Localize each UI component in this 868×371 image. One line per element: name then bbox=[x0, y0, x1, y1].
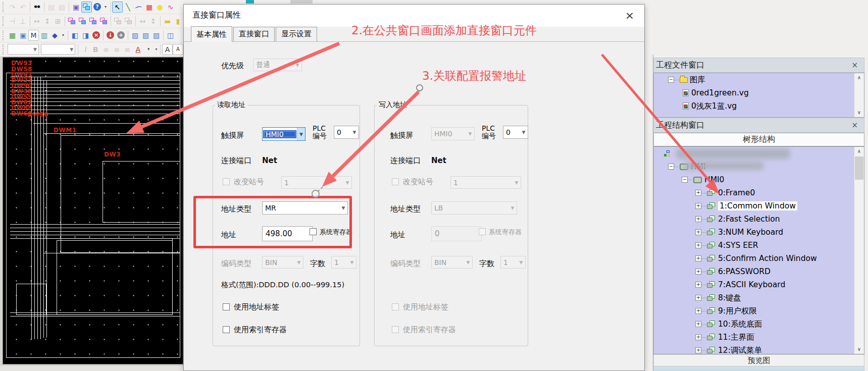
draw-rect-icon[interactable]: ■ bbox=[144, 2, 155, 13]
font-family-combo[interactable]: ▼ bbox=[8, 44, 39, 55]
tree-item-HMI0[interactable]: −HMI0 bbox=[654, 173, 864, 186]
write-use-index-checkbox[interactable] bbox=[392, 326, 399, 333]
h-spacing-icon[interactable]: ↔ bbox=[137, 16, 148, 27]
undo-icon[interactable]: ↶ bbox=[18, 2, 28, 13]
write-addr-input[interactable]: 0 bbox=[431, 226, 482, 241]
font-color-dropdown-icon[interactable]: ▾ bbox=[143, 44, 154, 55]
window-delete-icon[interactable]: × bbox=[91, 30, 101, 41]
align-left-icon[interactable]: ≡ bbox=[101, 44, 112, 55]
write-enc-combo[interactable]: BIN▼ bbox=[431, 256, 473, 269]
file-item-0浅灰1蓝.vg[interactable]: 0浅灰1蓝.vg bbox=[654, 99, 864, 113]
tree-item-7:ASCII Keyboard[interactable]: +7:ASCII Keyboard bbox=[654, 278, 864, 291]
tree-item-11:主界面[interactable]: +11:主界面 bbox=[654, 331, 864, 344]
tree-item-6:PASSWORD[interactable]: +6:PASSWORD bbox=[654, 265, 864, 278]
scroll-up-icon[interactable]: ∧ bbox=[854, 147, 864, 156]
write-sysreg-checkbox[interactable] bbox=[479, 228, 486, 235]
write-addrtype-combo[interactable]: LB▼ bbox=[431, 201, 517, 215]
toolbar-overflow-icon[interactable]: ▾ bbox=[154, 44, 159, 55]
tab-基本属性[interactable]: 基本属性 bbox=[191, 26, 232, 42]
toolbar-overflow-icon[interactable]: ▾ bbox=[103, 2, 109, 13]
tree-item-10:系统底面[interactable]: +10:系统底面 bbox=[654, 317, 864, 331]
trend-window-icon[interactable]: ▨ bbox=[130, 30, 140, 41]
close-icon[interactable]: × bbox=[851, 61, 858, 70]
draw-arc-icon[interactable]: ( bbox=[133, 2, 144, 13]
cursor-select-icon[interactable]: ↖ bbox=[112, 2, 123, 13]
expand-icon[interactable]: + bbox=[695, 282, 701, 288]
select-elements-icon[interactable] bbox=[81, 2, 92, 13]
scroll-down-icon[interactable]: ∨ bbox=[854, 108, 864, 117]
find-icon[interactable]: ●● bbox=[32, 2, 42, 13]
write-station-combo[interactable]: 1▼ bbox=[450, 176, 521, 189]
help-icon[interactable]: ? bbox=[92, 2, 103, 13]
preview-tab[interactable]: 预览图 bbox=[653, 354, 864, 366]
expand-icon[interactable]: + bbox=[695, 242, 701, 248]
collapse-icon[interactable]: − bbox=[668, 77, 674, 83]
tree-item-1:Common Window[interactable]: +1:Common Window bbox=[654, 199, 864, 213]
expand-icon[interactable]: + bbox=[695, 321, 701, 327]
tree-item-0:Frame0[interactable]: +0:Frame0 bbox=[654, 186, 864, 199]
tree-structure-tab[interactable]: 树形结构 bbox=[653, 133, 864, 146]
redo-icon[interactable]: ↷ bbox=[7, 2, 18, 13]
close-icon[interactable]: × bbox=[622, 8, 637, 23]
import-icon[interactable]: ↓ bbox=[105, 30, 116, 41]
expand-icon[interactable]: + bbox=[695, 190, 701, 196]
tree-item-5:Confirm Action Window[interactable]: +5:Confirm Action Window bbox=[654, 252, 864, 265]
expand-icon[interactable]: + bbox=[695, 334, 701, 340]
nudge-left-icon[interactable]: ⊣ bbox=[7, 16, 18, 27]
same-height-icon[interactable]: ↕ bbox=[42, 16, 53, 27]
expand-icon[interactable]: + bbox=[695, 295, 701, 301]
toolbar-overflow-icon[interactable]: ▾ bbox=[60, 30, 66, 41]
tree-item-9:用户权限[interactable]: +9:用户权限 bbox=[654, 304, 864, 317]
window-info-icon[interactable]: ◨ bbox=[80, 30, 91, 41]
window-insert-icon[interactable]: ◧ bbox=[70, 30, 80, 41]
tree-item-2:Fast Selection[interactable]: +2:Fast Selection bbox=[654, 213, 864, 226]
bring-front-icon[interactable] bbox=[67, 16, 77, 27]
collapse-icon[interactable]: − bbox=[682, 177, 688, 183]
toolbar-grip[interactable] bbox=[3, 2, 6, 12]
collapse-icon[interactable]: − bbox=[668, 164, 674, 170]
expand-icon[interactable]: + bbox=[695, 255, 701, 261]
scroll-down-icon[interactable]: ∨ bbox=[854, 345, 864, 354]
read-hmi-combo[interactable]: HMI0▼ bbox=[262, 127, 305, 141]
ruler-h-icon[interactable]: ▬ bbox=[162, 16, 173, 27]
read-change-station-checkbox[interactable] bbox=[223, 178, 230, 185]
write-plc-combo[interactable]: 0▼ bbox=[503, 126, 528, 139]
print-icon[interactable]: ▤ bbox=[46, 2, 57, 13]
send-backward-icon[interactable] bbox=[98, 16, 109, 27]
save-template-icon[interactable]: ▥ bbox=[39, 30, 49, 41]
expand-icon[interactable]: + bbox=[695, 347, 701, 353]
expand-icon[interactable]: + bbox=[695, 308, 701, 314]
bold-icon[interactable]: B bbox=[90, 44, 101, 55]
bring-forward-icon[interactable] bbox=[88, 16, 98, 27]
expand-icon[interactable]: + bbox=[695, 216, 701, 222]
v-spacing-icon[interactable]: ↕ bbox=[148, 16, 159, 27]
nudge-down-icon[interactable]: ⊥ bbox=[18, 16, 28, 27]
toolbar-grip[interactable] bbox=[3, 16, 6, 26]
read-plc-combo[interactable]: 0▼ bbox=[334, 126, 359, 139]
read-words-combo[interactable]: 1▼ bbox=[331, 256, 356, 269]
address-info-icon[interactable]: ▣ bbox=[71, 2, 81, 13]
picture-icon[interactable]: ▣ bbox=[18, 30, 28, 41]
expand-icon[interactable]: + bbox=[695, 203, 701, 209]
read-use-index-checkbox[interactable] bbox=[223, 326, 230, 333]
italic-icon[interactable]: I bbox=[80, 44, 90, 55]
tree-item-4:SYS EER[interactable]: +4:SYS EER bbox=[654, 239, 864, 252]
send-back-icon[interactable] bbox=[77, 16, 88, 27]
file-item-图库[interactable]: −图库 bbox=[654, 73, 864, 86]
tab-直接窗口[interactable]: 直接窗口 bbox=[233, 27, 275, 41]
find-window-icon[interactable]: ◆ bbox=[49, 30, 60, 41]
tree-item-12:调试菜单[interactable]: +12:调试菜单 bbox=[654, 344, 864, 354]
add-picture-icon[interactable]: ▦ bbox=[7, 30, 18, 41]
scrollbar-thumb[interactable] bbox=[855, 156, 863, 180]
draw-ellipse-icon[interactable]: ● bbox=[155, 2, 165, 13]
tree-item-8:键盘[interactable]: +8:键盘 bbox=[654, 291, 864, 304]
tree-item-3:NUM Keyboard[interactable]: +3:NUM Keyboard bbox=[654, 226, 864, 239]
group-icon[interactable] bbox=[113, 16, 123, 27]
ruler-v-icon[interactable]: ▮ bbox=[173, 16, 183, 27]
tab-显示设置[interactable]: 显示设置 bbox=[276, 27, 317, 41]
print-preview-icon[interactable]: ▤ bbox=[57, 2, 67, 13]
report-window-icon[interactable]: ▨ bbox=[151, 30, 162, 41]
draw-polyline-icon[interactable]: ∿ bbox=[165, 2, 176, 13]
write-hmi-combo[interactable]: HMI0▼ bbox=[431, 127, 475, 140]
read-use-tag-checkbox[interactable] bbox=[223, 303, 230, 310]
